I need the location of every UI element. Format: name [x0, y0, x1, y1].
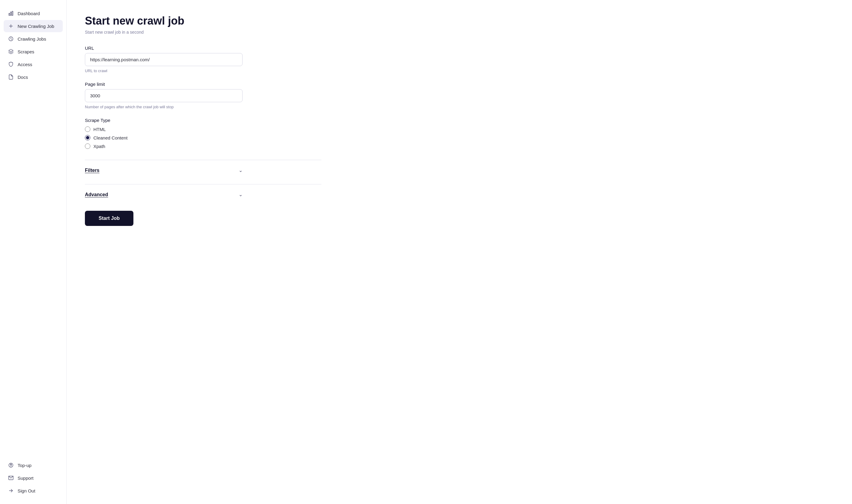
sidebar-item-new-crawling-job[interactable]: New Crawling Job [4, 20, 63, 32]
page-limit-label: Page limit [85, 82, 321, 87]
url-group: URL URL to crawl [85, 46, 321, 73]
svg-marker-6 [9, 50, 13, 52]
form-section: URL URL to crawl Page limit Number of pa… [85, 46, 321, 226]
arrow-right-icon [8, 488, 14, 494]
scrape-type-label: Scrape Type [85, 118, 321, 123]
filters-header[interactable]: Filters ⌄ [85, 167, 242, 173]
sidebar-item-label: New Crawling Job [18, 24, 54, 29]
radio-xpath[interactable]: Xpath [85, 143, 321, 149]
sidebar-item-sign-out[interactable]: Sign Out [4, 485, 63, 497]
page-limit-group: Page limit Number of pages after which t… [85, 82, 321, 109]
page-subtitle: Start new crawl job in a second [85, 30, 321, 35]
advanced-chevron-icon: ⌄ [239, 192, 242, 197]
sidebar-item-crawling-jobs[interactable]: Crawling Jobs [4, 33, 63, 45]
page-title: Start new crawl job [85, 15, 321, 27]
radio-html-input[interactable] [85, 126, 90, 132]
sidebar-item-label: Top-up [18, 463, 32, 468]
filters-chevron-icon: ⌄ [239, 167, 242, 173]
sidebar-item-label: Crawling Jobs [18, 36, 46, 41]
scrape-type-radio-group: HTML Cleaned Content Xpath [85, 126, 321, 149]
sidebar-item-docs[interactable]: Docs [4, 71, 63, 83]
url-hint: URL to crawl [85, 69, 321, 73]
advanced-section: Advanced ⌄ [85, 184, 321, 197]
start-job-container: Start Job [85, 206, 321, 226]
sidebar-item-scrapes[interactable]: Scrapes [4, 46, 63, 58]
scrape-type-group: Scrape Type HTML Cleaned Content Xpath [85, 118, 321, 149]
radio-html[interactable]: HTML [85, 126, 321, 132]
sidebar-item-label: Support [18, 475, 34, 481]
svg-rect-1 [11, 12, 12, 16]
sidebar-item-top-up[interactable]: Top-up [4, 459, 63, 471]
radio-xpath-label: Xpath [93, 144, 105, 149]
clock-icon [8, 36, 14, 42]
svg-rect-0 [9, 13, 10, 16]
page-limit-hint: Number of pages after which the crawl jo… [85, 105, 321, 109]
sidebar-item-access[interactable]: Access [4, 58, 63, 70]
svg-rect-2 [12, 11, 13, 16]
filters-section: Filters ⌄ [85, 160, 321, 173]
url-input[interactable] [85, 53, 242, 66]
sidebar-nav: Dashboard New Crawling Job Crawling Jobs… [0, 7, 67, 459]
sidebar-bottom: Top-up Support Sign Out [0, 459, 67, 497]
layers-icon [8, 49, 14, 55]
main-content: Start new crawl job Start new crawl job … [67, 0, 340, 504]
sidebar-item-label: Access [18, 62, 32, 67]
radio-xpath-input[interactable] [85, 143, 90, 149]
dollar-icon [8, 462, 14, 468]
filters-title: Filters [85, 168, 99, 173]
mail-icon [8, 475, 14, 481]
advanced-title: Advanced [85, 192, 108, 197]
sidebar: Dashboard New Crawling Job Crawling Jobs… [0, 0, 67, 504]
radio-html-label: HTML [93, 127, 106, 132]
sidebar-item-label: Docs [18, 75, 28, 80]
sidebar-item-label: Scrapes [18, 49, 34, 54]
advanced-header[interactable]: Advanced ⌄ [85, 192, 242, 197]
radio-cleaned-content-input[interactable] [85, 135, 90, 140]
radio-cleaned-content-label: Cleaned Content [93, 135, 128, 140]
radio-cleaned-content[interactable]: Cleaned Content [85, 135, 321, 140]
sidebar-item-dashboard[interactable]: Dashboard [4, 7, 63, 19]
sidebar-item-label: Dashboard [18, 11, 40, 16]
plus-icon [8, 23, 14, 29]
shield-icon [8, 61, 14, 67]
sidebar-item-label: Sign Out [18, 488, 35, 493]
document-icon [8, 74, 14, 80]
sidebar-item-support[interactable]: Support [4, 472, 63, 484]
url-label: URL [85, 46, 321, 51]
bar-chart-icon [8, 10, 14, 16]
page-limit-input[interactable] [85, 89, 242, 102]
start-job-button[interactable]: Start Job [85, 211, 133, 226]
